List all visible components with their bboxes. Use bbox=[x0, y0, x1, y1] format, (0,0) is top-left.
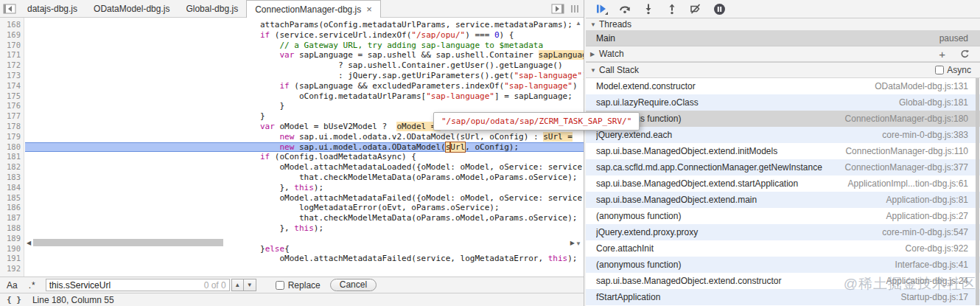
line-number-177[interactable]: 177 bbox=[0, 111, 24, 122]
tab-ConnectionManager-dbg.js[interactable]: ConnectionManager-dbg.js× bbox=[246, 0, 381, 18]
thread-row-main[interactable]: Main paused bbox=[586, 31, 980, 46]
call-stack-frame[interactable]: fStartApplicationStartup-dbg.js:17 bbox=[586, 289, 980, 305]
line-number-186[interactable]: 186 bbox=[0, 203, 24, 213]
call-stack-frame[interactable]: Model.extend.constructorODataModel-dbg.j… bbox=[586, 78, 980, 94]
line-number-173[interactable]: 173 bbox=[0, 71, 24, 81]
line-number-185[interactable]: 185 bbox=[0, 193, 24, 204]
line-number-182[interactable]: 182 bbox=[0, 162, 24, 173]
panel-menu-icon[interactable] bbox=[570, 4, 579, 13]
call-stack-section-header[interactable]: ▼ Call Stack Async bbox=[586, 62, 980, 78]
step-into-icon[interactable] bbox=[642, 2, 655, 15]
horizontal-scrollbar[interactable]: ◀ ▶ bbox=[27, 239, 575, 247]
line-number-171[interactable]: 171 bbox=[0, 50, 24, 60]
call-stack-frame[interactable]: (anonymous function)Interface-dbg.js:41 bbox=[586, 257, 980, 273]
code-content[interactable]: attachParams(oConfig.metadataUrlParams, … bbox=[25, 18, 584, 277]
code-line-171[interactable]: var sapLanguage = sap.ushell && sap.ushe… bbox=[25, 50, 584, 60]
line-number-175[interactable]: 175 bbox=[0, 91, 24, 102]
call-stack-frame[interactable]: jQuery.extend.eachcore-min-0-dbg.js:383 bbox=[586, 127, 980, 143]
code-line-187[interactable]: that.checkModelMetaData(oParams.oModel,o… bbox=[25, 213, 584, 223]
watch-section-header[interactable]: ▶ Watch + bbox=[586, 46, 980, 62]
code-line-179[interactable]: new sap.ui.model.odata.v2.ODataModel(sUr… bbox=[25, 132, 584, 142]
code-line-170[interactable]: // a Gateway URL, try adding sap-languag… bbox=[25, 41, 584, 51]
tab-Global-dbg.js[interactable]: Global-dbg.js bbox=[178, 0, 246, 17]
line-number-179[interactable]: 179 bbox=[0, 132, 24, 142]
step-over-icon[interactable] bbox=[618, 2, 631, 15]
code-line-188[interactable]: }, this); bbox=[25, 223, 584, 234]
line-number-168[interactable]: 168 bbox=[0, 20, 24, 30]
match-case-toggle[interactable]: Aa bbox=[7, 280, 18, 291]
add-watch-icon[interactable]: + bbox=[939, 49, 945, 60]
call-stack-frame[interactable]: sap.ca.scfld.md.app.ConnectionManager.ge… bbox=[586, 159, 980, 175]
hide-navigator-icon[interactable] bbox=[0, 0, 19, 17]
line-number-192[interactable]: 192 bbox=[0, 264, 24, 274]
resume-script-icon[interactable] bbox=[595, 2, 608, 15]
line-number-189[interactable]: 189 bbox=[0, 234, 24, 244]
line-number-187[interactable]: 187 bbox=[0, 213, 24, 223]
line-number-178[interactable]: 178 bbox=[0, 122, 24, 132]
tab-ODataModel-dbg.js[interactable]: ODataModel-dbg.js bbox=[85, 0, 178, 17]
scroll-down-icon[interactable]: ▼ bbox=[575, 240, 581, 247]
line-number-170[interactable]: 170 bbox=[0, 41, 24, 51]
code-line-191[interactable]: oModel.attachMetadataFailed(service, log… bbox=[25, 254, 584, 264]
show-navigator-icon[interactable] bbox=[551, 4, 564, 14]
regex-toggle[interactable]: .* bbox=[29, 280, 36, 291]
call-stack-frame[interactable]: sap.ui.base.ManagedObject.extend.constru… bbox=[586, 273, 980, 289]
execution-line-180[interactable]: new sap.ui.model.odata.ODataModel(sUrl, … bbox=[25, 142, 584, 153]
horizontal-scroll-thumb[interactable] bbox=[33, 239, 223, 246]
call-stack-frame[interactable]: sap.ui.base.ManagedObject.extend.startAp… bbox=[586, 175, 980, 192]
code-line-181[interactable]: if (oConfig.loadMetadataAsync) { bbox=[25, 152, 584, 162]
close-tab-icon[interactable]: × bbox=[366, 4, 372, 14]
code-line-174[interactable]: if (sapLanguage && excludedParameters.in… bbox=[25, 81, 584, 91]
code-token: // a Gateway URL, try adding sap-languag… bbox=[260, 41, 543, 50]
step-out-icon[interactable] bbox=[665, 2, 679, 15]
code-line-184[interactable]: }, this); bbox=[25, 183, 584, 193]
line-number-184[interactable]: 184 bbox=[0, 183, 24, 193]
code-line-175[interactable]: oConfig.metadataUrlParams["sap-language"… bbox=[25, 91, 584, 102]
line-number-176[interactable]: 176 bbox=[0, 101, 24, 111]
call-stack-frame[interactable]: jQuery.extend.proxy.proxycore-min-0-dbg.… bbox=[586, 224, 980, 240]
line-number-180[interactable]: 180 bbox=[0, 142, 24, 153]
call-stack-frame[interactable]: Core.attachInitCore-dbg.js:922 bbox=[586, 240, 980, 257]
find-previous-button[interactable]: ▲ bbox=[231, 279, 244, 291]
line-number-188[interactable]: 188 bbox=[0, 223, 24, 234]
find-next-button[interactable]: ▼ bbox=[244, 279, 256, 291]
call-stack-frame[interactable]: sap.ui.base.ManagedObject.extend.mainApp… bbox=[586, 192, 980, 208]
sidebar-scrollbar[interactable] bbox=[976, 78, 979, 305]
refresh-watch-icon[interactable] bbox=[960, 49, 970, 59]
code-token: sap.ui.model.odata.v2.ODataModel(sUrl, o… bbox=[294, 132, 543, 142]
code-line-185[interactable]: oModel.attachMetadataFailed({oModel: oMo… bbox=[25, 193, 584, 204]
line-number-169[interactable]: 169 bbox=[0, 30, 24, 41]
call-stack-frame[interactable]: sap.ui.lazyRequire.oClassGlobal-dbg.js:1… bbox=[586, 94, 980, 111]
call-stack-frame[interactable]: (anonymous function)ConnectionManager-db… bbox=[586, 111, 980, 127]
replace-checkbox[interactable] bbox=[276, 281, 284, 290]
call-stack-frame[interactable]: (anonymous function)Application-dbg.js:2… bbox=[586, 208, 980, 224]
scroll-right-icon[interactable]: ▶ bbox=[570, 239, 575, 247]
scroll-up-icon[interactable]: ▲ bbox=[575, 20, 581, 27]
code-line-192[interactable] bbox=[25, 264, 584, 274]
line-number-183[interactable]: 183 bbox=[0, 173, 24, 183]
tab-datajs-dbg.js[interactable]: datajs-dbg.js bbox=[19, 0, 85, 17]
line-number-172[interactable]: 172 bbox=[0, 60, 24, 71]
pretty-print-icon[interactable]: { } bbox=[7, 295, 21, 305]
line-number-174[interactable]: 174 bbox=[0, 81, 24, 91]
line-number-181[interactable]: 181 bbox=[0, 152, 24, 162]
code-line-176[interactable]: } bbox=[25, 101, 584, 111]
pause-on-exceptions-icon[interactable] bbox=[713, 2, 726, 15]
cancel-button[interactable]: Cancel bbox=[330, 279, 377, 291]
code-line-182[interactable]: oModel.attachMetadataLoaded({oModel: oMo… bbox=[25, 162, 584, 173]
line-number-gutter[interactable]: 1681691701711721731741751761771781791801… bbox=[0, 18, 24, 277]
find-input[interactable] bbox=[46, 279, 230, 291]
code-line-168[interactable]: attachParams(oConfig.metadataUrlParams, … bbox=[25, 20, 584, 30]
code-line-172[interactable]: ? sap.ushell.Container.getUser().getLang… bbox=[25, 60, 584, 71]
scroll-left-icon[interactable]: ◀ bbox=[27, 239, 31, 247]
line-number-191[interactable]: 191 bbox=[0, 254, 24, 264]
code-line-183[interactable]: that.checkModelMetaData(oParams.oModel,o… bbox=[25, 173, 584, 183]
code-line-186[interactable]: logMetadataError(oEvt, oParams.oService)… bbox=[25, 203, 584, 213]
code-line-173[interactable]: : jQuery.sap.getUriParameters().get("sap… bbox=[25, 71, 584, 81]
deactivate-breakpoints-icon[interactable] bbox=[689, 2, 702, 15]
code-line-169[interactable]: if (service.serviceUrl.indexOf("/sap/opu… bbox=[25, 30, 584, 41]
async-checkbox[interactable] bbox=[935, 66, 944, 74]
threads-section-header[interactable]: ▼ Threads bbox=[586, 18, 980, 31]
line-number-190[interactable]: 190 bbox=[0, 244, 24, 254]
call-stack-frame[interactable]: sap.ui.base.ManagedObject.extend.initMod… bbox=[586, 143, 980, 159]
